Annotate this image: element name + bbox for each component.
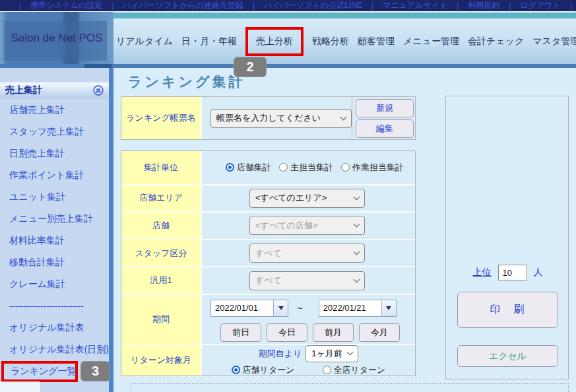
main-content: ランキング集計 ランキング帳票名 帳票名を入力してください 新規 編集 集計単位 bbox=[113, 68, 576, 392]
radio-store-return[interactable]: 店舗リターン bbox=[232, 364, 295, 376]
new-button[interactable]: 新規 bbox=[356, 99, 414, 117]
store-select-value: <すべての店舗> bbox=[255, 220, 317, 232]
link-logout[interactable]: ログアウト bbox=[511, 0, 569, 11]
sidebar-item-menu-sales[interactable]: メニュー別売上集計 bbox=[0, 208, 109, 230]
sidebar-item-original-report[interactable]: オリジナル集計表 bbox=[0, 317, 109, 339]
sidebar-item-claim-summary[interactable]: クレーム集計 bbox=[0, 273, 109, 295]
chevron-down-icon bbox=[354, 276, 360, 282]
unit-radio-group: 店舗集計 主担当集計 作業担当集計 bbox=[226, 162, 404, 174]
excel-button[interactable]: エクセル bbox=[457, 345, 558, 367]
print-button[interactable]: 印 刷 bbox=[457, 292, 558, 328]
edit-button[interactable]: 編集 bbox=[356, 119, 414, 138]
return-month-row: リターン対象月 期間自より 1ヶ月前 店舗リターン bbox=[121, 344, 415, 376]
top-n-unit-label: 人 bbox=[534, 267, 543, 278]
radio-unchecked-icon[interactable] bbox=[341, 163, 350, 172]
date-from-value[interactable]: 2022/01/01 bbox=[211, 300, 273, 316]
nav-sales-analysis[interactable]: 売上分析 bbox=[245, 27, 304, 56]
radio-checked-icon[interactable] bbox=[232, 366, 240, 374]
nav-customer-management[interactable]: 顧客管理 bbox=[358, 36, 395, 48]
link-terms[interactable]: 利用規約 bbox=[459, 0, 509, 11]
period-cell: 2022/01/01 ~ 2022/01/21 前日 今日 前月 今月 bbox=[202, 295, 415, 344]
sidebar-item-material-ratio[interactable]: 材料比率集計 bbox=[0, 230, 109, 251]
general1-cell: すべて bbox=[202, 267, 415, 294]
nav-strategy-analysis[interactable]: 戦略分析 bbox=[312, 36, 349, 48]
sidebar-item-unit-summary[interactable]: ユニット集計 bbox=[0, 186, 109, 208]
chevron-down-icon bbox=[340, 114, 347, 120]
radio-all-store-return[interactable]: 全店リターン bbox=[323, 364, 386, 376]
today-button[interactable]: 今日 bbox=[267, 323, 307, 342]
link-mobile-settings[interactable]: 携帯システムの設定 bbox=[21, 0, 112, 11]
prev-day-button[interactable]: 前日 bbox=[220, 323, 261, 342]
sidebar-item-moving-total[interactable]: 移動合計集計 bbox=[0, 251, 109, 273]
report-name-select-value: 帳票名を入力してください bbox=[216, 112, 321, 124]
period-label: 期間 bbox=[121, 295, 202, 344]
return-month-select[interactable]: 1ヶ月前 bbox=[305, 345, 358, 362]
output-panel: 上位 人 印 刷 エクセル bbox=[445, 96, 569, 379]
store-select: <すべての店舗> bbox=[249, 216, 365, 235]
radio-unchecked-icon[interactable] bbox=[279, 163, 288, 172]
sidebar-item-ranking-list[interactable]: ランキング一覧 bbox=[1, 361, 78, 382]
logo-block: Salon de Net POS bbox=[0, 12, 113, 64]
nav-realtime[interactable]: リアルタイム bbox=[116, 36, 173, 48]
nav-daily-monthly-annual[interactable]: 日・月・年報 bbox=[181, 36, 237, 48]
collapse-icon[interactable] bbox=[93, 85, 104, 96]
date-from-dropdown-button[interactable] bbox=[273, 300, 288, 316]
return-month-cell: 期間自より 1ヶ月前 店舗リターン 全店リターン bbox=[202, 345, 415, 376]
chevron-down-icon bbox=[354, 249, 360, 255]
sidebar-item-staff-sales[interactable]: スタッフ売上集計 bbox=[0, 121, 109, 143]
radio-store-summary[interactable]: 店舗集計 bbox=[226, 162, 271, 174]
report-name-label: ランキング帳票名 bbox=[121, 97, 202, 139]
link-manual-site[interactable]: マニュアルサイト bbox=[373, 0, 457, 11]
sidebar-menu: 店舗売上集計 スタッフ売上集計 日別売上集計 作業ポイント集計 ユニット集計 メ… bbox=[0, 99, 109, 382]
nav-accounting-check[interactable]: 会計チェック bbox=[468, 36, 524, 48]
radio-main-staff-summary[interactable]: 主担当集計 bbox=[279, 162, 333, 174]
report-name-buttons: 新規 編集 bbox=[352, 97, 417, 139]
staff-type-select: すべて bbox=[249, 244, 365, 263]
unit-row: 集計単位 店舗集計 主担当集計 作業担当集計 bbox=[121, 151, 415, 184]
top-n-label: 上位 bbox=[473, 267, 492, 278]
general1-row: 汎用1 すべて bbox=[121, 266, 415, 294]
date-to-value[interactable]: 2022/01/21 bbox=[319, 300, 381, 316]
radio-store-return-label: 店舗リターン bbox=[243, 364, 295, 376]
sidebar-item-work-points[interactable]: 作業ポイント集計 bbox=[0, 164, 109, 186]
area-select[interactable]: <すべてのエリア> bbox=[249, 189, 365, 208]
radio-checked-icon[interactable] bbox=[226, 163, 234, 172]
sidebar-title: 売上集計 bbox=[5, 84, 42, 96]
area-cell: <すべてのエリア> bbox=[202, 185, 415, 212]
top-n-row: 上位 人 bbox=[446, 265, 569, 280]
period-quick-buttons: 前日 今日 前月 今月 bbox=[202, 321, 415, 344]
general1-select-value: すべて bbox=[255, 275, 282, 286]
store-row: 店舗 <すべての店舗> bbox=[121, 211, 415, 239]
sidebar-right-stripe bbox=[109, 68, 113, 392]
chevron-down-icon bbox=[354, 193, 360, 200]
top-n-input[interactable] bbox=[498, 265, 527, 280]
sidebar-item-daily-sales[interactable]: 日別売上集計 bbox=[0, 143, 109, 164]
date-to-picker[interactable]: 2022/01/21 bbox=[319, 300, 397, 317]
area-row: 店舗エリア <すべてのエリア> bbox=[121, 184, 415, 212]
period-row: 期間 2022/01/01 ~ 2022/01/21 bbox=[121, 294, 415, 344]
date-to-dropdown-button[interactable] bbox=[381, 300, 396, 316]
area-label: 店舗エリア bbox=[121, 185, 202, 212]
report-name-form: ランキング帳票名 帳票名を入力してください 新規 編集 bbox=[121, 96, 416, 140]
result-area-placeholder bbox=[131, 383, 569, 392]
nav-menu-management[interactable]: メニュー管理 bbox=[403, 36, 459, 48]
prev-month-button[interactable]: 前月 bbox=[313, 323, 354, 342]
this-month-button[interactable]: 今月 bbox=[359, 323, 400, 342]
sidebar-item-store-sales[interactable]: 店舗売上集計 bbox=[0, 99, 109, 121]
sidebar-header-sales-summary[interactable]: 売上集計 bbox=[0, 82, 109, 98]
date-from-picker[interactable]: 2022/01/01 bbox=[210, 300, 288, 317]
teal-band bbox=[63, 13, 576, 18]
sidebar-item-original-report-daily[interactable]: オリジナル集計表(日別) bbox=[0, 339, 109, 360]
radio-work-staff-summary[interactable]: 作業担当集計 bbox=[341, 162, 404, 174]
store-label: 店舗 bbox=[121, 212, 202, 239]
radio-unchecked-icon[interactable] bbox=[323, 366, 331, 374]
step-badge-2: 2 bbox=[234, 57, 267, 77]
period-dates-line: 2022/01/01 ~ 2022/01/21 bbox=[202, 295, 415, 321]
staff-type-label: スタッフ区分 bbox=[121, 240, 202, 267]
staff-type-cell: すべて bbox=[202, 240, 415, 267]
nav-master-management[interactable]: マスタ管理 bbox=[532, 36, 576, 48]
link-official-line[interactable]: ハイパーソフトの公式LINE bbox=[255, 0, 371, 11]
link-contact-registration[interactable]: ハイパーソフトからの連絡先登録 bbox=[114, 0, 253, 11]
app-window: | 携帯システムの設定 | ハイパーソフトからの連絡先登録 | ハイパーソフトの… bbox=[0, 0, 576, 392]
report-name-select[interactable]: 帳票名を入力してください bbox=[210, 109, 352, 128]
